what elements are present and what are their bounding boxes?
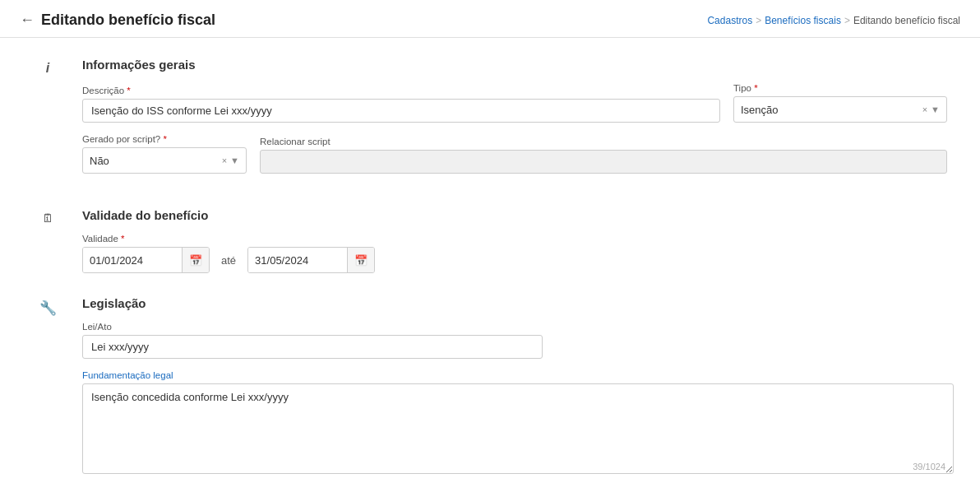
group-fundamentacao: Fundamentação legal 39/1024 (82, 370, 954, 476)
main-content: i Informações gerais Descrição * Tipo * (0, 38, 980, 497)
required-validade: * (121, 234, 124, 244)
ate-label: até (216, 254, 241, 267)
label-validade: Validade * (82, 234, 947, 244)
input-lei[interactable] (82, 335, 543, 359)
input-descricao[interactable] (82, 99, 720, 123)
info-icon: i (33, 58, 62, 185)
required-descricao: * (127, 86, 130, 95)
group-descricao: Descrição * (82, 86, 720, 123)
group-validade: Validade * 📅 até 📅 (82, 234, 947, 273)
select-gerado[interactable]: Não × ▼ (82, 147, 247, 174)
breadcrumb: Cadastros > Benefícios fiscais > Editand… (707, 15, 960, 26)
row-descricao-tipo: Descrição * Tipo * Isenção × ▼ (82, 83, 947, 123)
breadcrumb-beneficios[interactable]: Benefícios fiscais (765, 15, 841, 26)
select-tipo[interactable]: Isenção × ▼ (733, 96, 947, 123)
page-header: ← Editando benefício fiscal Cadastros > … (0, 0, 980, 38)
tipo-value: Isenção (741, 104, 922, 116)
calendar-start-icon: 📅 (189, 254, 202, 267)
date-end-wrap: 📅 (247, 247, 375, 273)
label-descricao: Descrição * (82, 86, 720, 95)
date-start-input[interactable] (83, 248, 182, 272)
section-general-title: Informações gerais (82, 58, 947, 72)
section-general: i Informações gerais Descrição * Tipo * (33, 58, 947, 185)
gerado-clear[interactable]: × (222, 156, 227, 165)
required-gerado: * (163, 134, 166, 144)
group-relacionar: Relacionar script (260, 137, 947, 174)
row-gerado-relacionar: Gerado por script? * Não × ▼ Relacionar … (82, 134, 947, 174)
date-start-calendar-button[interactable]: 📅 (182, 248, 209, 272)
label-relacionar: Relacionar script (260, 137, 947, 146)
section-validity: 🗓 Validade do benefício Validade * 📅 até (33, 208, 947, 273)
back-button[interactable]: ← (20, 12, 35, 29)
label-fundamentacao: Fundamentação legal (82, 370, 954, 380)
label-tipo: Tipo * (733, 83, 947, 93)
breadcrumb-cadastros[interactable]: Cadastros (707, 15, 752, 26)
gerado-arrow[interactable]: ▼ (230, 156, 239, 165)
tool-icon: 🔧 (33, 296, 62, 476)
tipo-arrow[interactable]: ▼ (931, 105, 940, 114)
breadcrumb-sep-1: > (756, 15, 761, 26)
section-validity-title: Validade do benefício (82, 208, 947, 222)
group-lei: Lei/Ato (82, 322, 543, 359)
page-title: Editando benefício fiscal (41, 12, 215, 29)
gerado-controls: × ▼ (222, 156, 239, 165)
group-tipo: Tipo * Isenção × ▼ (733, 83, 947, 123)
required-tipo: * (754, 83, 757, 93)
section-legislation-title: Legislação (82, 296, 954, 310)
section-validity-body: Validade do benefício Validade * 📅 até (82, 208, 947, 273)
calendar-section-icon: 🗓 (33, 208, 62, 273)
tipo-controls: × ▼ (922, 105, 940, 114)
calendar-end-icon: 📅 (354, 254, 368, 267)
title-area: ← Editando benefício fiscal (20, 12, 215, 29)
section-legislation: 🔧 Legislação Lei/Ato Fundamentação legal… (33, 296, 947, 476)
group-gerado: Gerado por script? * Não × ▼ (82, 134, 247, 174)
gerado-value: Não (90, 155, 222, 167)
date-start-wrap: 📅 (82, 247, 210, 273)
breadcrumb-current: Editando benefício fiscal (853, 15, 960, 26)
input-relacionar (260, 150, 947, 174)
breadcrumb-sep-2: > (844, 15, 850, 26)
label-gerado: Gerado por script? * (82, 134, 247, 144)
textarea-fundamentacao[interactable] (82, 383, 954, 474)
label-lei: Lei/Ato (82, 322, 543, 332)
section-general-body: Informações gerais Descrição * Tipo * (82, 58, 947, 185)
char-count: 39/1024 (913, 462, 945, 471)
validade-row: 📅 até 📅 (82, 247, 947, 273)
date-end-calendar-button[interactable]: 📅 (347, 248, 374, 272)
section-legislation-body: Legislação Lei/Ato Fundamentação legal 3… (82, 296, 954, 476)
tipo-clear[interactable]: × (922, 105, 927, 114)
textarea-wrap: 39/1024 (82, 383, 954, 476)
date-end-input[interactable] (248, 248, 347, 272)
